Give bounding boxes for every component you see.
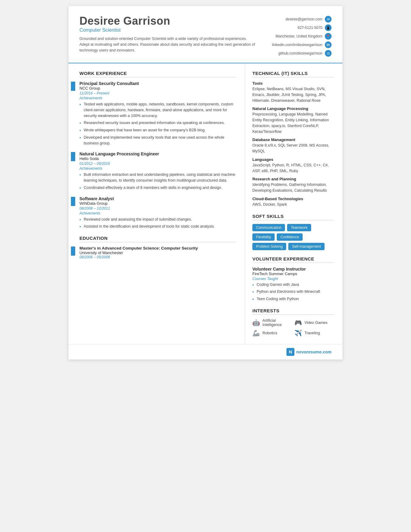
phone-icon: 📱	[325, 24, 332, 31]
right-column: TECHNICAL (IT) SKILLS Tools Eclipse, Net…	[245, 63, 342, 344]
skill-category-values: Eclipse, NetBeans, MS Visual Studio, SVN…	[252, 86, 334, 103]
course-item: Python and Electronics with Minecraft	[252, 289, 334, 295]
robotics-icon: 🦾	[252, 329, 260, 337]
job-date: 08/2008 – 12/2011	[79, 206, 236, 211]
bullet-item: Wrote whitepapers that have been an asse…	[79, 127, 236, 133]
linkedin-icon: in	[325, 41, 332, 48]
achievements-label: Achievements	[79, 166, 236, 171]
interests-title: INTERESTS	[252, 308, 334, 315]
courses-label: Courses Taught	[252, 277, 334, 281]
bullet-item: Reviewed code and assessing the impact o…	[79, 217, 236, 222]
interest-label: Artificial Intelligence	[262, 318, 292, 327]
ai-icon: 🤖	[252, 319, 260, 326]
course-item: Coding Games with Java	[252, 282, 334, 288]
interests-grid: 🤖 Artificial Intelligence 🎮 Video Games …	[252, 318, 334, 337]
volunteer-courses: Coding Games with Java Python and Electr…	[252, 282, 334, 302]
github-text: github.com/desireegarrison	[278, 51, 322, 55]
logo-text: novoresume.com	[296, 349, 332, 354]
skill-category: Database Management Oracle 8.x/9.x, SQL …	[252, 137, 334, 154]
bullet-item: Assisted in the identification and devel…	[79, 224, 236, 229]
interest-label: Robotics	[262, 331, 277, 335]
skill-category-values: AWS, Docker, Spark	[252, 202, 334, 207]
volunteer-role: Volunteer Camp Instructor	[252, 267, 334, 271]
job-company: WINData Group	[79, 201, 236, 206]
skill-category-name: Natural Language Processing	[252, 106, 334, 111]
location-icon: 📍	[325, 33, 332, 40]
candidate-summary: Grounded and solution-oriented Computer …	[79, 36, 255, 53]
skill-category: Research and Planning Identifying Proble…	[252, 177, 334, 193]
skill-category: Cloud-Based Technologies AWS, Docker, Sp…	[252, 197, 334, 207]
skill-category-name: Database Management	[252, 137, 334, 142]
volunteer-org: FireTech Summer Camps	[252, 271, 334, 276]
contact-github: github.com/desireegarrison ⊙	[265, 50, 332, 57]
job-item: Principal Security Consultant NCC Group …	[79, 81, 236, 146]
volunteer-item: Volunteer Camp Instructor FireTech Summe…	[252, 267, 334, 302]
interest-item: 🎮 Video Games	[294, 318, 334, 327]
candidate-title: Computer Scientist	[79, 27, 255, 33]
job-bullets: Tested web applications, mobile apps, ne…	[79, 101, 236, 146]
job-bullets: Built information extraction and text un…	[79, 172, 236, 190]
technical-skills-title: TECHNICAL (IT) SKILLS	[252, 71, 334, 77]
footer: N novoresume.com	[68, 344, 342, 360]
skill-badge: Teamwork	[287, 224, 311, 231]
header-left: Desiree Garrison Computer Scientist Grou…	[79, 15, 265, 53]
interest-item: 🦾 Robotics	[252, 329, 292, 337]
skill-category: Natural Language Processing Preprocessin…	[252, 106, 334, 134]
candidate-name: Desiree Garrison	[79, 15, 255, 27]
interest-label: Video Games	[304, 321, 328, 325]
skill-category: Languages JavaScript, Python, R, HTML, C…	[252, 157, 334, 174]
job-bullets: Reviewed code and assessing the impact o…	[79, 217, 236, 230]
job-company: Hello Soda	[79, 156, 236, 161]
job-title: Principal Security Consultant	[79, 81, 236, 86]
skill-category-name: Cloud-Based Technologies	[252, 197, 334, 201]
skill-category-values: Oracle 8.x/9.x, SQL Server 2008, MS Acce…	[252, 143, 334, 154]
soft-skills-grid: Communication Teamwork Flexibility Confi…	[252, 224, 334, 250]
left-column: WORK EXPERIENCE Principal Security Consu…	[68, 63, 245, 344]
skill-category-values: JavaScript, Python, R, HTML, CSS, C++, C…	[252, 162, 334, 174]
edu-school: University of Manchester	[79, 250, 236, 255]
interest-item: 🤖 Artificial Intelligence	[252, 318, 292, 327]
email-icon: ✉	[325, 16, 332, 23]
resume-container: Desiree Garrison Computer Scientist Grou…	[68, 6, 342, 360]
soft-skills-title: SOFT SKILLS	[252, 214, 334, 220]
contact-location: Manchester, United Kingdom 📍	[265, 33, 332, 40]
skill-category-name: Research and Planning	[252, 177, 334, 181]
volunteer-title: VOLUNTEER EXPERIENCE	[252, 256, 334, 263]
achievements-label: Achievements	[79, 96, 236, 100]
job-date: 11/2016 – Present	[79, 91, 236, 95]
job-date: 01/2012 – 09/2016	[79, 161, 236, 166]
contact-email: desiree@garrison.com ✉	[265, 16, 332, 23]
skill-badge: Problem Solving	[252, 243, 286, 250]
skill-category-name: Tools	[252, 81, 334, 86]
skill-category: Tools Eclipse, NetBeans, MS Visual Studi…	[252, 81, 334, 103]
edu-degree: Master's in Advanced Computer Science: C…	[79, 246, 236, 250]
edu-date: 08/2006 – 05/2008	[79, 255, 236, 259]
location-text: Manchester, United Kingdom	[276, 34, 322, 38]
bullet-item: Researched security issues and presented…	[79, 120, 236, 126]
contact-phone: 627-5121-5070 📱	[265, 24, 332, 31]
job-title: Natural Language Processing Engineer	[79, 151, 236, 156]
skill-badge: Confidence	[277, 233, 303, 241]
logo-letter: N	[286, 348, 294, 356]
videogames-icon: 🎮	[294, 319, 302, 326]
work-experience-title: WORK EXPERIENCE	[79, 71, 236, 77]
footer-logo: N novoresume.com	[286, 348, 332, 356]
skill-badge: Flexibility	[252, 233, 275, 241]
interest-item: ✈️ Traveling	[294, 329, 334, 337]
achievements-label: Achivements	[79, 211, 236, 215]
skill-category-values: Preprocessing, Language Modelling, Named…	[252, 112, 334, 134]
bullet-item: Coordinated effectively a team of 8 memb…	[79, 185, 236, 191]
interest-label: Traveling	[304, 331, 320, 335]
bullet-item: Tested web applications, mobile apps, ne…	[79, 101, 236, 119]
skill-badge: Self-management	[288, 243, 325, 250]
course-item: Teen Coding with Python	[252, 296, 334, 302]
main-content: WORK EXPERIENCE Principal Security Consu…	[68, 63, 342, 344]
header: Desiree Garrison Computer Scientist Grou…	[68, 6, 342, 63]
contact-linkedin: linkedin.com/in/desireegarrison in	[265, 41, 332, 48]
job-item: Natural Language Processing Engineer Hel…	[79, 151, 236, 190]
contact-info: desiree@garrison.com ✉ 627-5121-5070 📱 M…	[265, 15, 332, 57]
skill-category-values: Identifying Problems, Gathering Informat…	[252, 182, 334, 193]
traveling-icon: ✈️	[294, 329, 302, 337]
education-title: EDUCATION	[79, 236, 236, 242]
github-icon: ⊙	[325, 50, 332, 57]
